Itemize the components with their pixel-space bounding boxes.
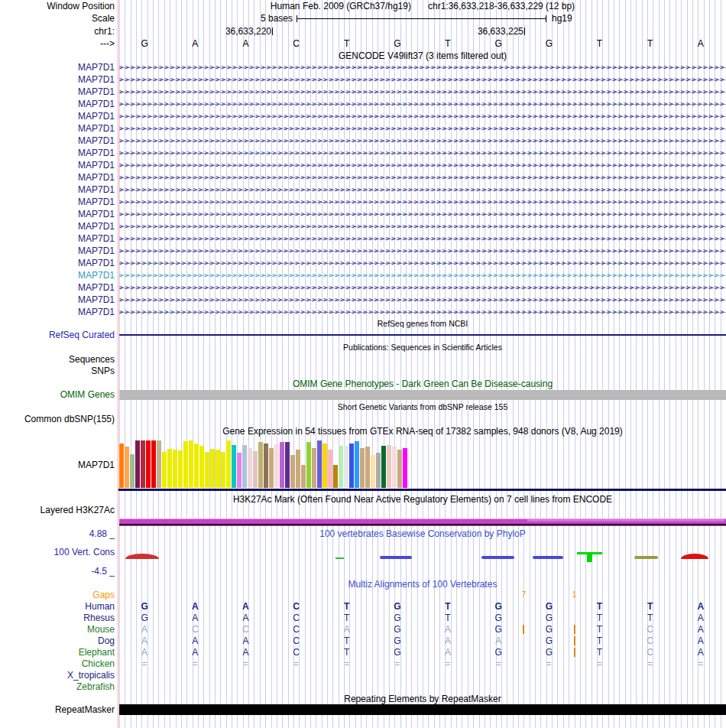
gene-transcript-arrows[interactable]: >>>>>>>>>>>>>>>>>>>>>>>>>>>>>>>>>>>>>>>>…: [119, 148, 726, 159]
alignment-base: =: [220, 658, 271, 669]
h3k27ac-label[interactable]: Layered H3K27Ac: [0, 505, 115, 515]
species-label-mouse[interactable]: Mouse: [0, 624, 115, 635]
gtex-tissue-bar: [135, 440, 140, 488]
refseq-gene-line[interactable]: [119, 334, 726, 336]
gtex-tissue-bar: [306, 442, 311, 488]
gtex-tissue-bar: [381, 446, 386, 488]
gtex-tissue-bar: [210, 449, 215, 488]
gene-transcript-arrows[interactable]: >>>>>>>>>>>>>>>>>>>>>>>>>>>>>>>>>>>>>>>>…: [119, 99, 726, 110]
gene-transcript-arrows[interactable]: >>>>>>>>>>>>>>>>>>>>>>>>>>>>>>>>>>>>>>>>…: [119, 294, 726, 306]
h3k27ac-title: H3K27Ac Mark (Often Found Near Active Re…: [119, 494, 726, 505]
base-letter: A: [170, 38, 220, 49]
gene-row-label[interactable]: MAP7D1: [0, 62, 115, 73]
gaps-label[interactable]: Gaps: [0, 590, 115, 600]
gene-row-label[interactable]: MAP7D1: [0, 172, 115, 183]
species-label-human[interactable]: Human: [0, 601, 115, 612]
gtex-tissue-bar: [194, 444, 199, 488]
alignment-row-human: GAACTGTGGTTA: [119, 601, 726, 612]
gene-transcript-arrows[interactable]: >>>>>>>>>>>>>>>>>>>>>>>>>>>>>>>>>>>>>>>>…: [119, 123, 726, 135]
gene-transcript-arrows[interactable]: >>>>>>>>>>>>>>>>>>>>>>>>>>>>>>>>>>>>>>>>…: [119, 233, 726, 245]
gtex-tissue-bar: [344, 446, 348, 488]
gtex-tissue-bar: [130, 454, 135, 488]
alignment-base: G: [372, 635, 423, 646]
gene-row-label[interactable]: MAP7D1: [0, 282, 115, 293]
gene-transcript-arrows[interactable]: >>>>>>>>>>>>>>>>>>>>>>>>>>>>>>>>>>>>>>>>…: [119, 307, 726, 318]
snps-label[interactable]: SNPs: [0, 366, 115, 376]
gene-transcript-arrows[interactable]: >>>>>>>>>>>>>>>>>>>>>>>>>>>>>>>>>>>>>>>>…: [119, 209, 726, 220]
gene-transcript-arrows[interactable]: >>>>>>>>>>>>>>>>>>>>>>>>>>>>>>>>>>>>>>>>…: [119, 270, 726, 281]
gene-row-label[interactable]: MAP7D1: [0, 233, 115, 244]
gene-row-label[interactable]: MAP7D1: [0, 99, 115, 109]
gene-transcript-arrows[interactable]: >>>>>>>>>>>>>>>>>>>>>>>>>>>>>>>>>>>>>>>>…: [119, 135, 726, 147]
alignment-base: A: [423, 635, 473, 646]
omim-gene-bar[interactable]: [119, 390, 726, 400]
alignment-base: A: [220, 613, 271, 623]
alignment-base: A: [170, 613, 220, 623]
gene-transcript-arrows[interactable]: >>>>>>>>>>>>>>>>>>>>>>>>>>>>>>>>>>>>>>>>…: [119, 184, 726, 196]
gene-row-label[interactable]: MAP7D1: [0, 294, 115, 305]
species-label-rhesus[interactable]: Rhesus: [0, 613, 115, 623]
gene-transcript-arrows[interactable]: >>>>>>>>>>>>>>>>>>>>>>>>>>>>>>>>>>>>>>>>…: [119, 282, 726, 294]
alignment-base: A: [423, 647, 473, 658]
gene-row-label[interactable]: MAP7D1: [0, 74, 115, 85]
species-label-chicken[interactable]: Chicken: [0, 658, 115, 669]
gtex-tissue-bar: [253, 451, 258, 488]
gene-row-label[interactable]: MAP7D1: [0, 184, 115, 195]
alignment-insert-marker: [523, 625, 524, 634]
alignment-base: C: [271, 635, 321, 646]
phylop-mark: [634, 556, 658, 559]
gtex-gene-label[interactable]: MAP7D1: [0, 460, 115, 470]
gene-transcript-arrows[interactable]: >>>>>>>>>>>>>>>>>>>>>>>>>>>>>>>>>>>>>>>>…: [119, 86, 726, 98]
gene-row-label[interactable]: MAP7D1: [0, 270, 115, 281]
refseq-curated-label[interactable]: RefSeq Curated: [0, 330, 115, 340]
gene-row-label[interactable]: MAP7D1: [0, 258, 115, 268]
gene-row-label[interactable]: MAP7D1: [0, 221, 115, 232]
conservation-track-label[interactable]: 100 Vert. Cons: [0, 547, 115, 557]
gene-row-label[interactable]: MAP7D1: [0, 307, 115, 317]
common-dbsnp-label[interactable]: Common dbSNP(155): [0, 414, 115, 424]
gene-transcript-arrows[interactable]: >>>>>>>>>>>>>>>>>>>>>>>>>>>>>>>>>>>>>>>>…: [119, 197, 726, 208]
alignment-base: A: [676, 601, 726, 612]
species-label-elephant[interactable]: Elephant: [0, 647, 115, 658]
base-row: GAACTGTGGTTA: [119, 38, 726, 49]
gene-row-label[interactable]: MAP7D1: [0, 197, 115, 207]
gene-transcript-arrows[interactable]: >>>>>>>>>>>>>>>>>>>>>>>>>>>>>>>>>>>>>>>>…: [119, 111, 726, 122]
alignment-base: T: [574, 635, 624, 646]
alignment-base: G: [473, 601, 523, 612]
base-letter: T: [625, 38, 676, 49]
alignment-base: G: [523, 647, 574, 658]
gtex-tissue-bar: [205, 452, 209, 488]
gene-row-label[interactable]: MAP7D1: [0, 135, 115, 146]
gene-row-label[interactable]: MAP7D1: [0, 123, 115, 134]
base-letter: A: [676, 38, 726, 49]
gtex-tissue-bar: [376, 453, 381, 488]
gene-row-label[interactable]: MAP7D1: [0, 209, 115, 219]
gene-transcript-arrows[interactable]: >>>>>>>>>>>>>>>>>>>>>>>>>>>>>>>>>>>>>>>>…: [119, 172, 726, 184]
gene-row-label[interactable]: MAP7D1: [0, 111, 115, 122]
species-label-x_tropicalis[interactable]: X_tropicalis: [0, 670, 115, 681]
species-label-dog[interactable]: Dog: [0, 635, 115, 646]
gene-row-label[interactable]: MAP7D1: [0, 148, 115, 158]
omim-genes-label[interactable]: OMIM Genes: [0, 389, 115, 400]
gene-transcript-arrows[interactable]: >>>>>>>>>>>>>>>>>>>>>>>>>>>>>>>>>>>>>>>>…: [119, 258, 726, 269]
gene-transcript-arrows[interactable]: >>>>>>>>>>>>>>>>>>>>>>>>>>>>>>>>>>>>>>>>…: [119, 62, 726, 73]
species-label-zebrafish[interactable]: Zebrafish: [0, 681, 115, 692]
gtex-tissue-bar: [285, 442, 290, 488]
sequences-label[interactable]: Sequences: [0, 354, 115, 365]
gene-transcript-arrows[interactable]: >>>>>>>>>>>>>>>>>>>>>>>>>>>>>>>>>>>>>>>>…: [119, 221, 726, 232]
alignment-base: C: [271, 647, 321, 658]
gene-transcript-arrows[interactable]: >>>>>>>>>>>>>>>>>>>>>>>>>>>>>>>>>>>>>>>>…: [119, 245, 726, 257]
gene-transcript-arrows[interactable]: >>>>>>>>>>>>>>>>>>>>>>>>>>>>>>>>>>>>>>>>…: [119, 74, 726, 86]
repeatmasker-bar[interactable]: [119, 704, 726, 715]
gtex-tissue-bar: [397, 450, 402, 488]
chrom-label: chr1:: [0, 26, 115, 37]
gene-row-label[interactable]: MAP7D1: [0, 245, 115, 256]
repeatmasker-title: Repeating Elements by RepeatMasker: [119, 694, 726, 704]
gtex-tissue-bar: [301, 465, 306, 488]
gene-row-label[interactable]: MAP7D1: [0, 86, 115, 97]
gtex-bars[interactable]: [119, 440, 408, 488]
gene-row-label[interactable]: MAP7D1: [0, 160, 115, 171]
repeatmasker-label[interactable]: RepeatMasker: [0, 704, 115, 715]
gene-transcript-arrows[interactable]: >>>>>>>>>>>>>>>>>>>>>>>>>>>>>>>>>>>>>>>>…: [119, 160, 726, 171]
alignment-row-mouse: ACCCAGAGGTCA: [119, 624, 726, 635]
